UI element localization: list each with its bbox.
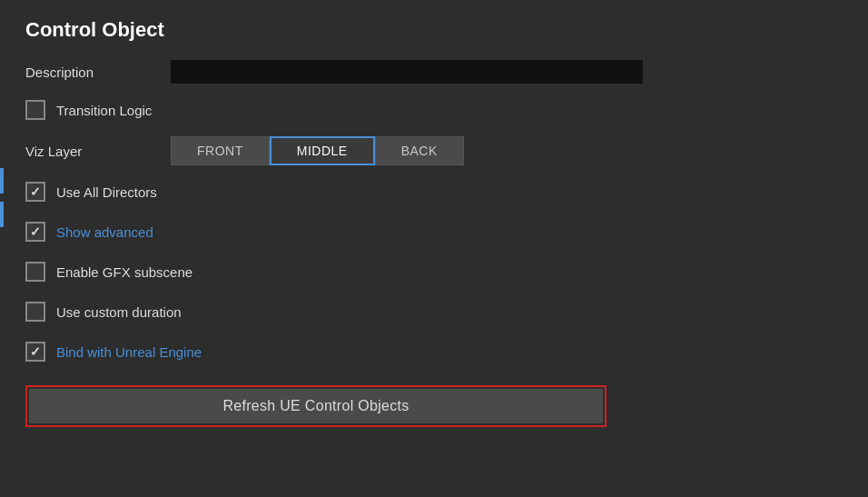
use-custom-duration-label: Use custom duration [56,304,182,320]
viz-layer-back-button[interactable]: BACK [375,136,464,165]
transition-logic-checkbox[interactable] [25,100,45,120]
main-panel: Control Object Description Transition Lo… [4,0,868,497]
use-custom-duration-row: Use custom duration [25,298,846,325]
refresh-button-wrapper: Refresh UE Control Objects [25,385,607,427]
use-all-directors-row: Use All Directors [25,178,846,205]
enable-gfx-subscene-row: Enable GFX subscene [25,258,846,285]
panel-title: Control Object [25,18,846,42]
bind-unreal-engine-row: Bind with Unreal Engine [25,338,846,365]
left-accent-bar [0,0,4,497]
transition-logic-label: Transition Logic [56,103,152,118]
description-label: Description [25,65,171,80]
refresh-ue-control-objects-button[interactable]: Refresh UE Control Objects [29,389,603,423]
viz-layer-button-group: FRONT MIDDLE BACK [171,136,464,165]
bind-unreal-engine-label: Bind with Unreal Engine [56,344,202,360]
use-all-directors-label: Use All Directors [56,184,157,200]
show-advanced-label: Show advanced [56,224,153,240]
bind-unreal-engine-checkbox[interactable] [25,342,45,362]
use-all-directors-checkbox[interactable] [25,182,45,202]
viz-layer-label: Viz Layer [25,144,171,159]
description-row: Description [25,60,846,84]
use-custom-duration-checkbox[interactable] [25,302,45,322]
transition-logic-row: Transition Logic [25,96,846,124]
viz-layer-front-button[interactable]: FRONT [171,136,270,165]
show-advanced-row: Show advanced [25,218,846,245]
enable-gfx-subscene-checkbox[interactable] [25,262,45,282]
enable-gfx-subscene-label: Enable GFX subscene [56,264,192,280]
description-input[interactable] [171,60,643,84]
viz-layer-row: Viz Layer FRONT MIDDLE BACK [25,136,846,165]
viz-layer-middle-button[interactable]: MIDDLE [270,136,375,165]
show-advanced-checkbox[interactable] [25,222,45,242]
